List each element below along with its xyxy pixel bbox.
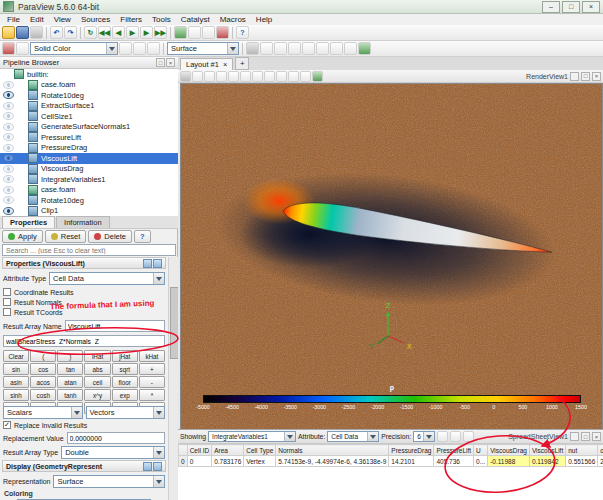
calc-abs-button[interactable]: abs [84, 363, 110, 375]
result-tcoords-row[interactable]: Result TCoords [3, 308, 165, 316]
calc-ihat-button[interactable]: iHat [84, 350, 110, 362]
representation-combobox[interactable]: Surface [167, 42, 239, 55]
pipeline-item[interactable]: CellSize1 [0, 111, 178, 122]
chevron-down-icon[interactable] [153, 476, 164, 487]
pipeline-item[interactable]: Rotate10deg [0, 195, 178, 206]
calc-asin-button[interactable]: asin [3, 376, 29, 388]
save-data-icon[interactable] [16, 26, 29, 39]
section-properties-header[interactable]: Properties (ViscousLift) [2, 257, 166, 269]
col-header-nut[interactable]: nut [566, 445, 598, 456]
visibility-eye-icon[interactable] [3, 112, 14, 120]
col-header-pressurelift[interactable]: PressureLift [434, 445, 474, 456]
close-button[interactable]: × [582, 1, 600, 13]
coordinate-results-row[interactable]: Coordinate Results [3, 288, 165, 296]
pipeline-item[interactable]: PressureDrag [0, 143, 178, 154]
menu-filters[interactable]: Filters [115, 14, 147, 25]
color-by-combobox[interactable]: Solid Color [30, 42, 118, 55]
col-header-omega[interactable]: omega [598, 445, 603, 456]
properties-scrollbar[interactable] [168, 257, 178, 500]
calc-close-paren-button[interactable]: ) [57, 350, 83, 362]
chevron-down-icon[interactable] [153, 273, 164, 284]
visibility-eye-icon[interactable] [3, 175, 14, 183]
calc-cosh-button[interactable]: cosh [30, 389, 56, 401]
precision-spinner[interactable]: 6 [413, 431, 435, 442]
hover-cells-icon[interactable] [288, 71, 299, 82]
pipeline-item[interactable]: ViscousDrag [0, 164, 178, 175]
help-icon[interactable]: ? [236, 26, 249, 39]
chevron-down-icon[interactable] [106, 43, 117, 54]
visibility-eye-icon[interactable] [3, 102, 14, 110]
search-input[interactable] [2, 244, 176, 256]
menu-tools[interactable]: Tools [147, 14, 176, 25]
select-frustum-cells-icon[interactable] [216, 71, 227, 82]
color-legend[interactable]: p -5000 -4500 -4000 -3500 -3000 -2500 -2… [203, 386, 581, 412]
pipeline-item[interactable]: PressureLift [0, 132, 178, 143]
apply-button[interactable]: Apply [2, 230, 43, 243]
expression-input[interactable] [3, 335, 165, 347]
replacement-value-input[interactable] [67, 432, 165, 444]
rescale-data-range-icon[interactable] [16, 42, 29, 55]
showing-combobox[interactable]: IntegrateVariables1 [208, 431, 296, 442]
layout-tab[interactable]: Layout #1 × [180, 58, 233, 70]
calc-sqrt-button[interactable]: sqrt [112, 363, 138, 375]
visibility-eye-icon[interactable] [3, 154, 14, 162]
replace-invalid-row[interactable]: ✓ Replace Invalid Results [3, 421, 165, 429]
calc-pow-button[interactable]: x^y [84, 389, 110, 401]
calc-open-paren-button[interactable]: ( [30, 350, 56, 362]
calc-acos-button[interactable]: acos [30, 376, 56, 388]
vcr-play-icon[interactable]: ▶ [126, 26, 139, 39]
help-button[interactable]: ? [134, 230, 151, 243]
calc-ceil-button[interactable]: ceil [84, 376, 110, 388]
save-screenshot-icon[interactable] [30, 26, 43, 39]
toggle-cell-connectivity-icon[interactable] [450, 431, 461, 442]
hover-points-icon[interactable] [300, 71, 311, 82]
vcr-last-frame-icon[interactable]: ▶▶ [154, 26, 167, 39]
calc-jhat-button[interactable]: jHat [112, 350, 138, 362]
calc-khat-button[interactable]: kHat [139, 350, 165, 362]
result-array-name-input[interactable] [65, 320, 165, 332]
vcr-first-frame-icon[interactable]: ◀◀ [98, 26, 111, 39]
camera-minus-y-icon[interactable] [316, 42, 329, 55]
visibility-eye-icon[interactable] [3, 91, 14, 99]
col-header-normals[interactable]: Normals [276, 445, 389, 456]
toggle-axes-icon[interactable] [358, 42, 371, 55]
result-normals-row[interactable]: Result Normals [3, 298, 165, 306]
calc-exp-button[interactable]: exp [112, 389, 138, 401]
convert-view-icon[interactable] [570, 72, 579, 81]
pipeline-item[interactable]: Clip1 [0, 206, 178, 217]
attribute-type-combobox[interactable]: Cell Data [49, 272, 165, 285]
close-view-icon[interactable]: × [592, 432, 601, 441]
export-scene-icon[interactable] [180, 71, 191, 82]
camera-plus-x-icon[interactable] [274, 42, 287, 55]
pipeline-item[interactable]: Rotate10deg [0, 90, 178, 101]
visibility-eye-icon[interactable] [3, 165, 14, 173]
pipeline-item[interactable]: case.foam [0, 80, 178, 91]
calc-plus-button[interactable]: + [139, 363, 165, 375]
copy-display-icon[interactable] [143, 462, 152, 471]
col-header-viscousdrag[interactable]: ViscousDrag [488, 445, 530, 456]
reset-camera-icon[interactable] [246, 42, 259, 55]
spreadsheet-table-container[interactable]: Cell ID Area Cell Type Normals PressureD… [178, 444, 603, 500]
menu-sources[interactable]: Sources [76, 14, 115, 25]
pipeline-item[interactable]: IntegrateVariables1 [0, 174, 178, 185]
pipeline-item-selected[interactable]: ViscousLift [0, 153, 178, 164]
pipeline-item-builtin[interactable]: builtin: [0, 69, 178, 80]
calc-cos-button[interactable]: cos [30, 363, 56, 375]
minimize-button[interactable]: – [542, 1, 560, 13]
representation-combobox-panel[interactable]: Surface [53, 475, 165, 488]
camera-minus-x-icon[interactable] [288, 42, 301, 55]
close-view-icon[interactable]: × [592, 72, 601, 81]
menu-edit[interactable]: Edit [25, 14, 49, 25]
close-tab-icon[interactable]: × [223, 60, 227, 69]
section-display-header[interactable]: Display (GeometryRepresent [2, 460, 166, 472]
result-tcoords-checkbox[interactable] [3, 308, 11, 316]
col-header-u[interactable]: U [474, 445, 488, 456]
col-header-area[interactable]: Area [212, 445, 244, 456]
visibility-eye-icon[interactable] [3, 81, 14, 89]
col-header-cell-id[interactable]: Cell ID [187, 445, 212, 456]
rescale-custom-range-icon[interactable] [133, 42, 146, 55]
vcr-next-frame-icon[interactable]: ▶ [140, 26, 153, 39]
new-layout-tab-button[interactable]: + [235, 57, 249, 70]
pipeline-item[interactable]: ExtractSurface1 [0, 101, 178, 112]
pipeline-item[interactable]: case.foam [0, 185, 178, 196]
